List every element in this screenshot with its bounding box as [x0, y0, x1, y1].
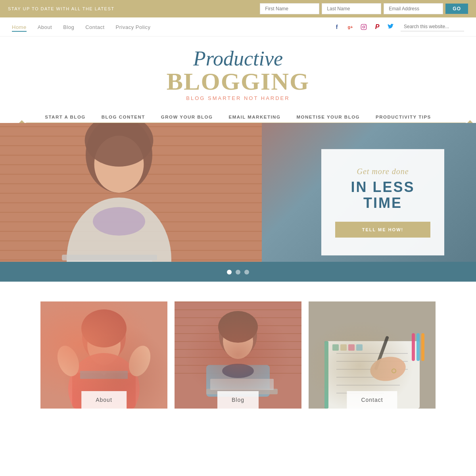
pinterest-icon[interactable]: P	[373, 23, 382, 31]
svg-rect-64	[336, 369, 408, 370]
cat-productivity-tips[interactable]: PRODUCTIVITY TIPS	[376, 115, 431, 119]
blog-card-label: Blog	[217, 391, 259, 409]
svg-rect-44	[175, 317, 301, 318]
hero-person-image	[0, 123, 262, 282]
svg-point-69	[368, 354, 407, 384]
svg-point-39	[125, 343, 154, 379]
last-name-input[interactable]	[322, 3, 381, 14]
svg-rect-46	[175, 333, 301, 334]
about-card-label: About	[81, 391, 127, 409]
svg-rect-48	[175, 349, 301, 350]
svg-rect-66	[336, 385, 400, 386]
cards-section: About	[0, 282, 476, 428]
svg-point-34	[81, 309, 127, 347]
top-bar: STAY UP TO DATE WITH ALL THE LATEST GO	[0, 0, 476, 17]
svg-rect-45	[175, 325, 301, 326]
nav-blog[interactable]: Blog	[63, 24, 74, 30]
svg-rect-71	[412, 333, 415, 361]
logo-blogging: BLOGGING	[8, 69, 468, 94]
svg-rect-73	[421, 333, 424, 361]
slider-dots	[227, 270, 249, 274]
search-input[interactable]	[401, 22, 464, 31]
logo-area: Productive BLOGGING BLOG SMARTER NOT HAR…	[0, 36, 476, 109]
svg-rect-49	[175, 357, 301, 358]
blog-card[interactable]: Blog	[175, 301, 301, 409]
svg-point-32	[82, 313, 126, 362]
svg-rect-50	[175, 365, 301, 366]
cat-blog-content[interactable]: BLOG CONTENT	[102, 115, 145, 119]
hero-title: IN LESSTIME	[335, 179, 430, 211]
svg-point-54	[218, 311, 258, 343]
hero-slider: Get more done IN LESSTIME TELL ME HOW!	[0, 123, 476, 282]
svg-rect-29	[62, 255, 157, 260]
svg-rect-57	[210, 379, 274, 390]
svg-point-52	[219, 313, 257, 357]
search-bar	[401, 22, 464, 31]
cat-start-blog[interactable]: START A BLOG	[45, 115, 86, 119]
cat-monetise-blog[interactable]: MONETISE YOUR BLOG	[296, 115, 360, 119]
instagram-icon[interactable]	[359, 23, 368, 31]
slider-dot-2[interactable]	[236, 270, 240, 274]
svg-rect-43	[175, 309, 301, 310]
google-plus-icon[interactable]: g+	[346, 23, 355, 31]
svg-point-58	[222, 364, 254, 378]
svg-point-70	[392, 369, 396, 373]
svg-point-38	[54, 343, 83, 379]
contact-card[interactable]: Contact	[309, 301, 436, 409]
slider-dot-1[interactable]	[227, 270, 232, 274]
about-card[interactable]: About	[40, 301, 167, 409]
svg-rect-13	[0, 193, 262, 194]
svg-rect-47	[175, 341, 301, 342]
cat-grow-blog[interactable]: GROW YOUR BLOG	[161, 115, 213, 119]
svg-point-1	[363, 26, 365, 28]
svg-rect-76	[348, 344, 355, 351]
logo-tagline: BLOG SMARTER NOT HARDER	[8, 95, 468, 101]
svg-point-53	[223, 323, 253, 359]
svg-rect-77	[356, 344, 363, 351]
nav-links: Home About Blog Contact Privacy Policy	[12, 23, 150, 31]
cat-email-marketing[interactable]: EMAIL MARKETING	[228, 115, 280, 119]
svg-rect-61	[324, 341, 328, 409]
svg-point-2	[365, 25, 366, 26]
svg-rect-40	[80, 371, 128, 379]
nav-right: f g+ P	[332, 22, 464, 31]
first-name-input[interactable]	[260, 3, 319, 14]
svg-rect-63	[336, 361, 408, 362]
nav-contact[interactable]: Contact	[85, 24, 104, 30]
svg-point-33	[87, 325, 121, 365]
slider-dot-3[interactable]	[244, 270, 249, 274]
top-bar-form: GO	[260, 3, 468, 14]
contact-card-label: Contact	[347, 391, 397, 409]
nav-home[interactable]: Home	[12, 24, 27, 32]
email-input[interactable]	[384, 3, 443, 14]
top-bar-text: STAY UP TO DATE WITH ALL THE LATEST	[8, 6, 114, 11]
svg-rect-42	[175, 301, 301, 302]
logo-productive: Productive	[8, 48, 468, 69]
hero-subtitle: Get more done	[335, 167, 430, 176]
svg-point-28	[93, 207, 145, 236]
svg-rect-51	[175, 373, 301, 374]
go-button[interactable]: GO	[445, 4, 468, 14]
svg-rect-72	[416, 333, 420, 361]
facebook-icon[interactable]: f	[332, 23, 341, 31]
svg-rect-0	[361, 24, 366, 29]
nav-about[interactable]: About	[38, 24, 52, 30]
svg-rect-75	[340, 344, 347, 351]
svg-rect-65	[336, 377, 392, 378]
svg-rect-74	[332, 344, 339, 351]
social-icons: f g+ P	[332, 23, 395, 31]
svg-rect-62	[336, 353, 408, 354]
hero-box: Get more done IN LESSTIME TELL ME HOW!	[321, 149, 444, 255]
svg-rect-68	[374, 336, 389, 370]
tell-me-how-button[interactable]: TELL ME HOW!	[335, 222, 430, 238]
nav-privacy[interactable]: Privacy Policy	[116, 24, 151, 30]
nav-bar: Home About Blog Contact Privacy Policy f…	[0, 17, 476, 36]
category-nav: START A BLOG BLOG CONTENT GROW YOUR BLOG…	[0, 109, 476, 123]
twitter-icon[interactable]	[386, 23, 395, 31]
